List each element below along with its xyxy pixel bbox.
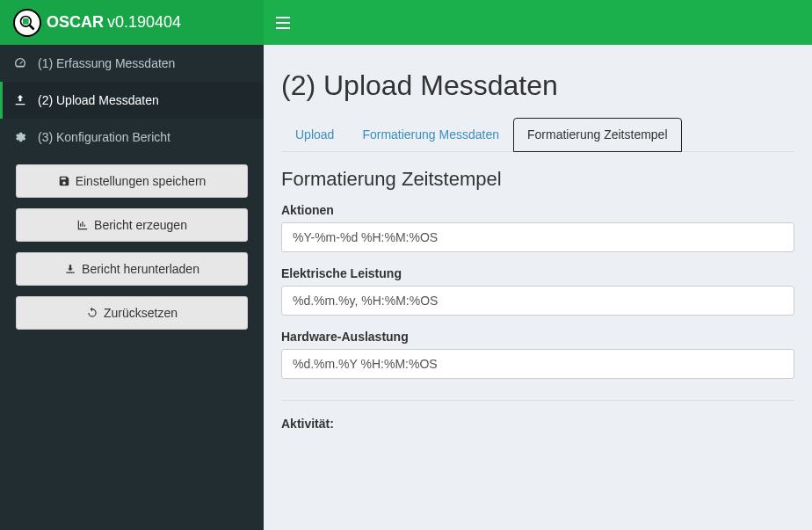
sidebar-buttons: Einstellungen speichern Bericht erzeugen… xyxy=(0,156,264,349)
svg-rect-5 xyxy=(276,27,290,29)
label-leistung: Elektrische Leistung xyxy=(281,266,794,280)
button-label: Zurücksetzen xyxy=(104,306,178,320)
sidebar-item-label: (2) Upload Messdaten xyxy=(38,93,159,107)
svg-rect-1 xyxy=(23,18,29,25)
app-name: OSCAR xyxy=(47,13,104,32)
form-group-leistung: Elektrische Leistung xyxy=(281,266,794,316)
input-hardware[interactable] xyxy=(281,349,794,379)
app-version: v0.190404 xyxy=(107,13,181,32)
refresh-icon xyxy=(86,307,98,319)
section-title: Formatierung Zeitstempel xyxy=(281,168,794,191)
tab-formatierung-zeitstempel[interactable]: Formatierung Zeitstempel xyxy=(513,118,682,152)
tab-formatierung-messdaten[interactable]: Formatierung Messdaten xyxy=(348,118,513,151)
cogs-icon xyxy=(13,130,31,144)
sidebar-toggle-button[interactable] xyxy=(264,0,302,45)
app-logo-icon xyxy=(13,9,41,37)
sidebar-item-konfiguration[interactable]: (3) Konfiguration Bericht xyxy=(0,119,264,156)
sidebar-item-upload[interactable]: (2) Upload Messdaten xyxy=(0,82,264,119)
content: (2) Upload Messdaten Upload Formatierung… xyxy=(264,45,812,530)
reset-button[interactable]: Zurücksetzen xyxy=(16,296,248,330)
button-label: Einstellungen speichern xyxy=(76,174,207,188)
hamburger-icon xyxy=(276,17,290,29)
input-leistung[interactable] xyxy=(281,286,794,316)
sidebar-item-erfassung[interactable]: (1) Erfassung Messdaten xyxy=(0,45,264,82)
button-label: Bericht herunterladen xyxy=(82,262,199,276)
activity-label: Aktivität: xyxy=(281,417,794,431)
tab-upload[interactable]: Upload xyxy=(281,118,348,151)
dashboard-icon xyxy=(13,56,31,70)
tabs: Upload Formatierung Messdaten Formatieru… xyxy=(281,118,794,152)
page-title: (2) Upload Messdaten xyxy=(281,69,794,102)
logo-section[interactable]: OSCAR v0.190404 xyxy=(0,0,264,45)
download-icon xyxy=(64,263,76,275)
download-report-button[interactable]: Bericht herunterladen xyxy=(16,252,248,286)
label-hardware: Hardware-Auslastung xyxy=(281,330,794,344)
svg-rect-3 xyxy=(276,17,290,18)
sidebar: (1) Erfassung Messdaten (2) Upload Messd… xyxy=(0,45,264,530)
generate-report-button[interactable]: Bericht erzeugen xyxy=(16,208,248,242)
label-aktionen: Aktionen xyxy=(281,203,794,217)
save-settings-button[interactable]: Einstellungen speichern xyxy=(16,164,248,198)
sidebar-item-label: (3) Konfiguration Bericht xyxy=(38,130,170,144)
save-icon xyxy=(58,175,70,187)
form-group-aktionen: Aktionen xyxy=(281,203,794,252)
header: OSCAR v0.190404 xyxy=(0,0,812,45)
bar-chart-icon xyxy=(76,219,89,231)
svg-line-2 xyxy=(30,25,34,29)
divider xyxy=(281,400,794,401)
form-group-hardware: Hardware-Auslastung xyxy=(281,330,794,379)
sidebar-item-label: (1) Erfassung Messdaten xyxy=(38,56,175,70)
input-aktionen[interactable] xyxy=(281,222,794,252)
button-label: Bericht erzeugen xyxy=(94,218,187,232)
svg-rect-4 xyxy=(276,22,290,24)
main-wrapper: (1) Erfassung Messdaten (2) Upload Messd… xyxy=(0,45,812,530)
upload-icon xyxy=(13,93,31,107)
